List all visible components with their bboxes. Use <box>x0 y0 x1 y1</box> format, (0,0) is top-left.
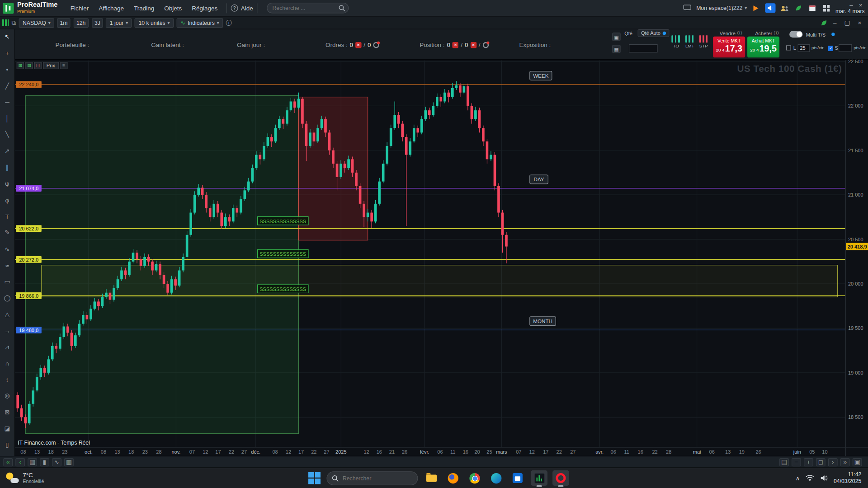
trash-icon[interactable]: ▯ <box>1 439 13 451</box>
nav-right-icon[interactable]: › <box>828 458 838 466</box>
nav-end-icon[interactable]: » <box>840 458 850 466</box>
menu-reglages[interactable]: Réglages <box>187 5 222 11</box>
lock-icon[interactable]: ⊠ <box>1 406 13 418</box>
stop-input[interactable] <box>839 44 852 52</box>
style-icon[interactable]: ◫ <box>34 62 42 69</box>
close-position2-icon[interactable]: ✕ <box>470 42 476 47</box>
taskbar-search-input[interactable] <box>326 471 418 485</box>
tray-chevron-icon[interactable]: ∧ <box>795 474 800 482</box>
segment-icon[interactable]: ╲ <box>1 129 13 141</box>
zigzag-icon[interactable]: ∿ <box>1 243 13 255</box>
order-type-to[interactable]: TO <box>670 35 682 48</box>
crosshair-icon[interactable]: + <box>1 47 13 59</box>
orders-settings-icon[interactable] <box>373 42 379 47</box>
nav-left-icon[interactable]: ‹ <box>15 458 25 466</box>
zoom-out-icon[interactable]: − <box>792 458 801 466</box>
menu-trading[interactable]: Trading <box>129 5 159 11</box>
eco-icon[interactable] <box>794 4 803 12</box>
nav-start-icon[interactable]: « <box>3 458 13 466</box>
eco-icon[interactable] <box>821 19 828 26</box>
cursor-icon[interactable]: ↖ <box>1 31 13 43</box>
measure-icon[interactable]: ↕ <box>1 374 13 385</box>
chrome-icon[interactable] <box>466 470 483 486</box>
contacts-icon[interactable] <box>780 4 790 12</box>
help-menu[interactable]: ? Aide <box>231 5 253 12</box>
loss-input[interactable] <box>797 44 810 52</box>
text-icon[interactable]: T <box>1 211 13 222</box>
pane-list-icon[interactable]: ≡ <box>60 62 67 69</box>
close-position-icon[interactable]: ✕ <box>453 42 458 47</box>
store-icon[interactable] <box>509 470 526 486</box>
price-chart[interactable]: SSSSSSSSSSSSSSSSSSSSSSSSSSSSSSSSSSSSSSSS… <box>15 60 845 447</box>
trendline-icon[interactable]: ╱ <box>1 80 13 92</box>
workspace-selector[interactable]: Mon espace(1)222 ▾ <box>696 5 747 11</box>
calculator-icon[interactable]: ▦ <box>612 45 620 53</box>
opera-icon[interactable] <box>552 470 569 486</box>
pitchfork-icon[interactable]: ψ <box>1 178 13 190</box>
minimize-window-button[interactable]: – <box>831 19 839 26</box>
horizontal-line-icon[interactable]: ─ <box>1 96 13 108</box>
timeframe-3J[interactable]: 3J <box>92 18 103 28</box>
stop-checkbox[interactable] <box>828 46 833 51</box>
chart-area[interactable]: SSSSSSSSSSSSSSSSSSSSSSSSSSSSSSSSSSSSSSSS… <box>15 60 845 447</box>
order-type-lmt[interactable]: LMT <box>684 35 696 48</box>
prorealtime-taskbar-icon[interactable] <box>531 470 547 486</box>
eraser-icon[interactable]: ◪ <box>1 423 13 435</box>
view-grid-icon[interactable]: ▦ <box>28 458 37 466</box>
link-icon[interactable]: ⧉ <box>12 19 16 26</box>
date-range-icon[interactable]: ▤ <box>779 458 789 466</box>
clock-widget[interactable]: 11:42 04/03/2025 <box>834 471 861 484</box>
zoom-area-icon[interactable]: ◎ <box>1 390 13 402</box>
candle-style-icon[interactable]: ▮ <box>40 458 49 466</box>
calendar-icon[interactable] <box>808 4 817 12</box>
rectangle-icon[interactable]: ▭ <box>1 276 13 287</box>
layout-icon[interactable]: ▥ <box>64 458 74 466</box>
arrow-icon[interactable]: → <box>1 325 13 337</box>
menu-affichage[interactable]: Affichage <box>94 5 129 11</box>
info-icon[interactable]: ⓘ <box>226 19 231 27</box>
file-explorer-icon[interactable] <box>423 470 440 486</box>
firefox-icon[interactable] <box>444 470 461 486</box>
zoom-in-icon[interactable]: + <box>804 458 813 466</box>
wave-icon[interactable]: ≈ <box>1 259 13 271</box>
maximize-window-button[interactable]: ▢ <box>842 19 853 26</box>
zoom-select-icon[interactable]: ◻ <box>816 458 826 466</box>
sell-market-button[interactable]: Vente MKT 20 417,3 <box>713 37 745 58</box>
volume-icon[interactable] <box>820 475 828 482</box>
compare-icon[interactable]: ⊟ <box>25 62 33 69</box>
time-axis[interactable]: 08131823oct.0813182328nov.0712172227déc.… <box>15 447 845 456</box>
quantity-input[interactable] <box>629 44 658 52</box>
add-indicator-icon[interactable]: ⊞ <box>17 62 24 69</box>
ray-icon[interactable]: ↗ <box>1 145 13 157</box>
price-axis[interactable]: 20 418,9 22 50022 00021 50021 00020 5002… <box>845 60 868 447</box>
menu-fichier[interactable]: Fichier <box>66 5 94 11</box>
triangle-icon[interactable]: △ <box>1 309 13 320</box>
timeframe-1m[interactable]: 1m <box>57 18 70 28</box>
order-type-stp[interactable]: STP <box>698 35 710 48</box>
loss-checkbox[interactable] <box>786 45 791 50</box>
wifi-icon[interactable] <box>806 475 815 482</box>
units-selector[interactable]: 10 k unités ▾ <box>135 18 174 28</box>
vertical-line-icon[interactable]: │ <box>1 113 13 124</box>
menu-objets[interactable]: Objets <box>159 5 187 11</box>
minimize-app-button[interactable]: – <box>847 1 855 8</box>
qty-auto-tab[interactable]: Qté Auto <box>638 29 670 37</box>
price-pane-button[interactable]: Prix <box>43 62 59 69</box>
parallel-channel-icon[interactable]: ∥ <box>1 162 13 174</box>
sound-icon[interactable] <box>765 3 775 13</box>
portfolio-tools-icon[interactable]: ▣ <box>612 33 620 41</box>
start-button[interactable] <box>307 471 322 485</box>
weather-widget[interactable]: 7°C Ensoleillé <box>0 472 94 484</box>
search-icon[interactable] <box>338 5 345 12</box>
indicators-button[interactable]: ∿ Indicateurs ▾ <box>176 18 223 28</box>
fibonacci-icon[interactable]: φ <box>1 194 13 206</box>
edge-icon[interactable] <box>488 470 505 486</box>
close-app-button[interactable]: × <box>857 1 865 8</box>
magnet-icon[interactable]: ∩ <box>1 357 13 369</box>
flag-icon[interactable] <box>751 4 761 12</box>
qty-tab[interactable]: Qté <box>624 31 632 37</box>
timeframe-12h[interactable]: 12h <box>74 18 89 28</box>
expand-icon[interactable]: ▣ <box>853 458 862 466</box>
dot-icon[interactable]: • <box>1 64 13 75</box>
multi-ts-toggle[interactable] <box>789 31 802 38</box>
